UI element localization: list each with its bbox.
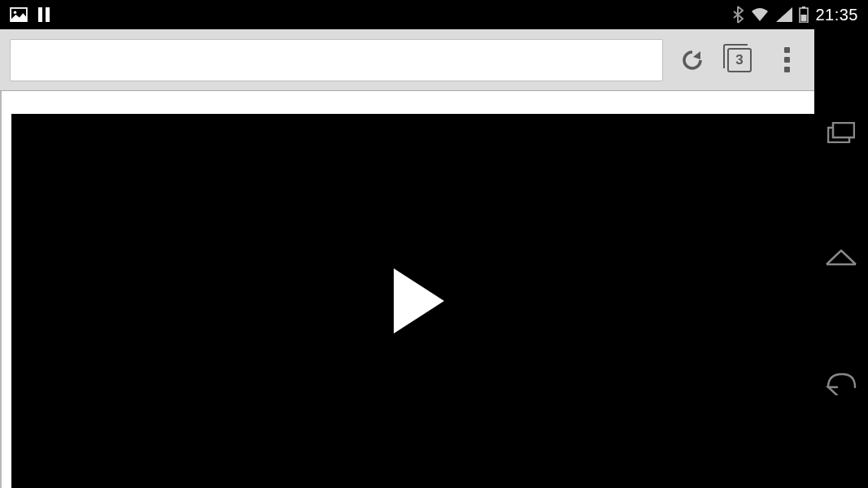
tab-count-value: 3 [735, 52, 743, 68]
recent-apps-button[interactable] [827, 122, 855, 143]
recent-apps-icon [827, 122, 855, 143]
pause-icon [37, 7, 50, 22]
clock-time: 21:35 [815, 6, 858, 24]
tab-count-icon: 3 [727, 48, 752, 72]
back-button[interactable] [826, 371, 857, 395]
page-left-border [0, 114, 2, 488]
gallery-icon [10, 7, 28, 22]
home-button[interactable] [825, 248, 857, 266]
url-input[interactable] [10, 39, 663, 81]
reload-button[interactable] [674, 42, 710, 78]
browser-window: 3 [0, 29, 814, 488]
svg-point-1 [14, 11, 17, 15]
svg-rect-6 [801, 15, 807, 22]
home-icon [825, 248, 857, 266]
signal-icon [776, 7, 792, 22]
bluetooth-icon [732, 6, 744, 24]
reload-icon [679, 47, 705, 73]
svg-rect-2 [38, 7, 42, 22]
wifi-icon [750, 7, 770, 23]
status-bar: 21:35 [0, 0, 868, 29]
system-nav-bar [814, 29, 868, 488]
battery-icon [799, 7, 809, 23]
svg-rect-8 [833, 123, 854, 137]
kebab-menu-icon [784, 47, 790, 72]
browser-toolbar: 3 [0, 29, 814, 91]
page-content [0, 91, 814, 488]
status-right-icons: 21:35 [732, 6, 858, 24]
svg-rect-3 [46, 7, 50, 22]
tabs-button[interactable]: 3 [722, 42, 757, 78]
play-icon [394, 268, 444, 333]
status-left-icons [10, 7, 50, 22]
page-top-margin [0, 91, 814, 114]
video-player[interactable] [11, 114, 814, 488]
back-icon [826, 371, 857, 395]
menu-button[interactable] [769, 42, 805, 78]
